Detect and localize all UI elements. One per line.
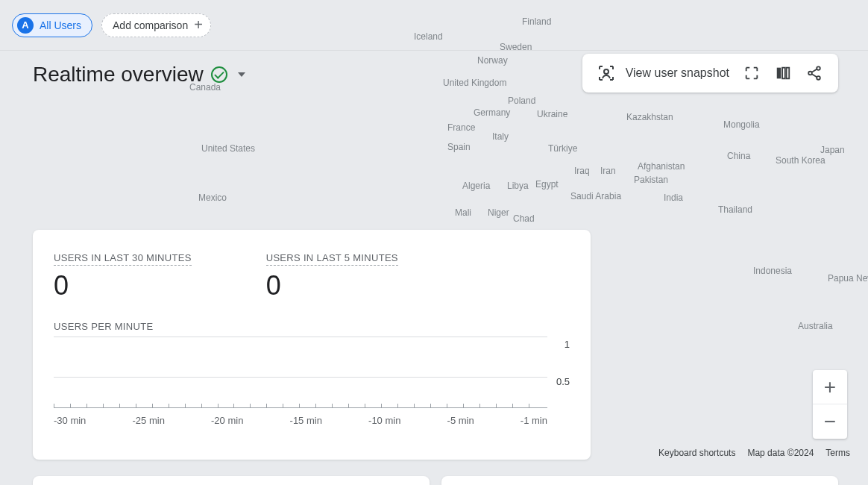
metric-5min-label: USERS IN LAST 5 MINUTES [266,252,398,266]
x-tick: -30 min [54,415,86,426]
fullscreen-icon[interactable] [743,64,761,82]
snapshot-label: View user snapshot [626,66,729,80]
map-attribution: Keyboard shortcuts Map data ©2024 Terms [658,448,850,458]
x-tick: -10 min [368,415,400,426]
svg-rect-2 [782,68,785,79]
plus-icon: + [194,16,203,34]
card-placeholder-2 [441,476,838,485]
compare-columns-icon[interactable] [774,64,792,82]
users-per-minute-chart: 1 0.5 -30 min-25 min-20 min-15 min-10 mi… [54,337,570,426]
zoom-in-button[interactable]: + [813,370,847,404]
x-tick: -15 min [290,415,322,426]
chip-label: All Users [40,19,81,31]
map-data-text: Map data ©2024 [747,448,814,458]
add-comparison-label: Add comparison [113,19,188,31]
card-placeholder-1 [33,476,430,485]
x-tick: -5 min [447,415,474,426]
terms-link[interactable]: Terms [825,448,850,458]
additional-cards [33,476,838,485]
zoom-out-button[interactable]: − [813,404,847,439]
svg-point-0 [604,69,608,74]
view-user-snapshot-button[interactable]: View user snapshot [597,64,729,82]
page-title-row: Realtime overview [33,63,245,87]
add-comparison-button[interactable]: Add comparison + [101,13,211,37]
action-bar: View user snapshot [582,54,838,93]
comparison-toolbar: A All Users Add comparison + [0,0,868,51]
x-tick: -25 min [133,415,165,426]
user-snapshot-icon [597,64,615,82]
svg-rect-3 [787,68,790,79]
x-tick: -1 min [521,415,547,426]
all-users-chip[interactable]: A All Users [12,13,92,37]
metric-30min-label: USERS IN LAST 30 MINUTES [54,252,192,266]
chip-badge: A [17,17,34,34]
page-title: Realtime overview [33,63,204,87]
svg-rect-1 [777,68,781,79]
realtime-metrics-card: USERS IN LAST 30 MINUTES 0 USERS IN LAST… [33,230,591,460]
metric-30min-value: 0 [54,270,192,301]
keyboard-shortcuts-link[interactable]: Keyboard shortcuts [658,448,735,458]
status-check-icon[interactable] [211,66,227,83]
metric-5min-value: 0 [266,270,398,301]
users-per-minute-label: USERS PER MINUTE [54,321,570,332]
chevron-down-icon[interactable] [238,72,245,77]
map-zoom-control: + − [813,370,847,439]
y-tick-0-5: 0.5 [556,376,570,387]
share-icon[interactable] [805,64,823,82]
y-tick-1: 1 [564,338,570,349]
x-tick: -20 min [211,415,243,426]
